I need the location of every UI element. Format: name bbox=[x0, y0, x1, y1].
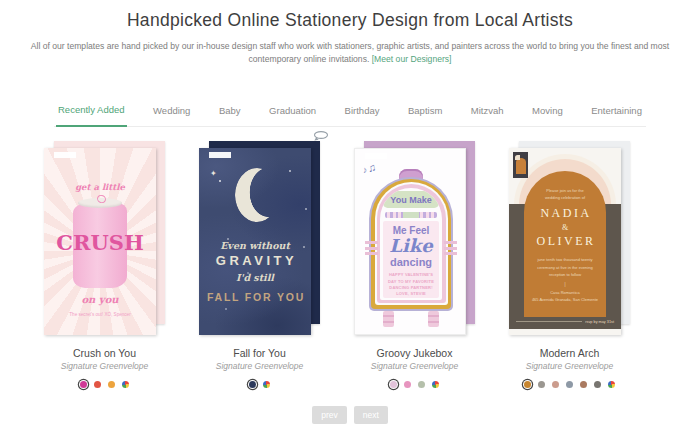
card-headline: CRUSH bbox=[44, 230, 156, 255]
tab-moving[interactable]: Moving bbox=[530, 93, 565, 126]
page-subtitle: All of our templates are hand picked by … bbox=[30, 40, 670, 66]
tab-baby[interactable]: Baby bbox=[217, 93, 243, 126]
card-artist: Signature Greenvelope bbox=[44, 361, 165, 371]
tab-birthday[interactable]: Birthday bbox=[343, 93, 382, 126]
color-swatches bbox=[199, 379, 320, 390]
jukebox-speaker-grille bbox=[385, 212, 438, 218]
card-text: on you bbox=[44, 294, 156, 305]
jukebox-leg bbox=[428, 311, 439, 327]
card-cell-crush-on-you: get a little CRUSH on you The secret's o… bbox=[44, 141, 165, 390]
card-name: OLIVER bbox=[524, 234, 606, 249]
card-text: Even without bbox=[199, 240, 311, 251]
category-tabs: Recently Added Wedding Baby Graduation B… bbox=[54, 92, 646, 127]
tab-mitzvah[interactable]: Mitzvah bbox=[469, 93, 506, 126]
color-swatch[interactable] bbox=[524, 381, 531, 388]
card-text: I'd still bbox=[199, 272, 311, 283]
card-visual: ✦ Even without GRAVITY I'd still FALL FO… bbox=[199, 141, 320, 338]
color-swatch[interactable] bbox=[580, 381, 587, 388]
card-intro: Please join us for the wedding celebrati… bbox=[524, 188, 606, 202]
jukebox-knobs-right bbox=[444, 241, 457, 257]
orange-arch: Please join us for the wedding celebrati… bbox=[524, 171, 606, 317]
next-button[interactable]: next bbox=[354, 406, 388, 424]
card-headline: GRAVITY bbox=[199, 253, 311, 268]
card-design-fall-for-you[interactable]: ✦ Even without GRAVITY I'd still FALL FO… bbox=[199, 148, 311, 335]
jukebox-arch-panel: You Make bbox=[383, 191, 439, 208]
card-venue: Casa Romantica 465 Avenida Granada, San … bbox=[524, 289, 606, 303]
color-swatch[interactable] bbox=[80, 381, 87, 388]
color-swatch-multicolor[interactable] bbox=[122, 381, 129, 388]
card-cell-groovy-jukebox: ♪♫ You Make Me Feel Like dancing bbox=[354, 141, 475, 390]
jukebox-leg bbox=[383, 311, 394, 327]
card-headline: Like bbox=[383, 237, 439, 255]
card-text: dancing bbox=[383, 256, 439, 268]
tab-wedding[interactable]: Wedding bbox=[151, 93, 192, 126]
card-name: NADIA bbox=[524, 206, 606, 221]
color-swatch[interactable] bbox=[404, 381, 411, 388]
card-title[interactable]: Groovy Jukebox bbox=[354, 347, 475, 359]
tab-recently-added[interactable]: Recently Added bbox=[56, 92, 127, 127]
stationery-gallery-page: Handpicked Online Stationery Design from… bbox=[0, 0, 700, 431]
color-swatch[interactable] bbox=[418, 381, 425, 388]
tab-graduation[interactable]: Graduation bbox=[267, 93, 318, 126]
card-visual: get a little CRUSH on you The secret's o… bbox=[44, 141, 165, 338]
monogram-logo bbox=[513, 152, 528, 178]
color-swatch[interactable] bbox=[538, 381, 545, 388]
pagination: prev next bbox=[0, 406, 700, 424]
card-cell-modern-arch: Please join us for the wedding celebrati… bbox=[509, 141, 630, 390]
color-swatch[interactable] bbox=[594, 381, 601, 388]
tab-baptism[interactable]: Baptism bbox=[406, 93, 444, 126]
card-artist: Signature Greenvelope bbox=[199, 361, 320, 371]
rsvp-text: rsvp by may 31st bbox=[585, 320, 614, 324]
color-swatch[interactable] bbox=[249, 381, 256, 388]
color-swatches bbox=[354, 379, 475, 390]
sparkle-star-icon: ✦ bbox=[210, 169, 217, 178]
card-title[interactable]: Fall for You bbox=[199, 347, 320, 359]
color-swatch[interactable] bbox=[566, 381, 573, 388]
crescent-moon-illustration bbox=[235, 168, 279, 222]
subtitle-text: All of our templates are hand picked by … bbox=[31, 41, 670, 64]
jukebox-illustration: You Make Me Feel Like dancing HAPPY VALE… bbox=[369, 169, 453, 327]
color-swatches bbox=[44, 379, 165, 390]
card-visual: Please join us for the wedding celebrati… bbox=[509, 141, 630, 338]
card-title[interactable]: Modern Arch bbox=[509, 347, 630, 359]
card-artist: Signature Greenvelope bbox=[354, 361, 475, 371]
ampersand: & bbox=[524, 223, 606, 232]
color-swatches bbox=[509, 379, 630, 390]
card-visual: ♪♫ You Make Me Feel Like dancing bbox=[354, 141, 475, 338]
page-title: Handpicked Online Stationery Design from… bbox=[0, 0, 700, 31]
color-swatch-multicolor[interactable] bbox=[432, 381, 439, 388]
card-design-groovy-jukebox[interactable]: ♪♫ You Make Me Feel Like dancing bbox=[354, 148, 466, 335]
rsvp-row: rsvp by may 31st bbox=[516, 320, 614, 324]
color-swatch[interactable] bbox=[108, 381, 115, 388]
meet-designers-link[interactable]: [Meet our Designers] bbox=[372, 54, 452, 64]
tab-entertaining[interactable]: Entertaining bbox=[589, 93, 644, 126]
card-details: june tenth two thousand twenty ceremony … bbox=[524, 256, 606, 278]
card-cell-fall-for-you: ✦ Even without GRAVITY I'd still FALL FO… bbox=[199, 141, 320, 390]
card-footnote: The secret's out! XO, Spencer bbox=[44, 312, 156, 317]
card-text: FALL FOR YOU bbox=[199, 291, 311, 303]
envelope-flap bbox=[54, 152, 76, 158]
template-carousel: get a little CRUSH on you The secret's o… bbox=[44, 141, 700, 390]
rsvp-line bbox=[516, 321, 582, 322]
color-swatch[interactable] bbox=[552, 381, 559, 388]
color-swatch-multicolor[interactable] bbox=[263, 381, 270, 388]
color-swatch[interactable] bbox=[94, 381, 101, 388]
jukebox-knobs-left bbox=[365, 241, 378, 257]
card-footnote: HAPPY VALENTINE'S DAY TO MY FAVORITE DAN… bbox=[383, 272, 439, 298]
card-text: get a little bbox=[44, 182, 156, 192]
card-title[interactable]: Crush on You bbox=[44, 347, 165, 359]
divider: | bbox=[524, 282, 606, 287]
prev-button[interactable]: prev bbox=[312, 406, 347, 424]
card-design-crush-on-you[interactable]: get a little CRUSH on you The secret's o… bbox=[44, 148, 156, 335]
jukebox-body: Me Feel Like dancing HAPPY VALENTINE'S D… bbox=[383, 221, 439, 298]
card-design-modern-arch[interactable]: Please join us for the wedding celebrati… bbox=[509, 148, 621, 335]
color-swatch-multicolor[interactable] bbox=[608, 381, 615, 388]
card-artist: Signature Greenvelope bbox=[509, 361, 630, 371]
color-swatch[interactable] bbox=[390, 381, 397, 388]
